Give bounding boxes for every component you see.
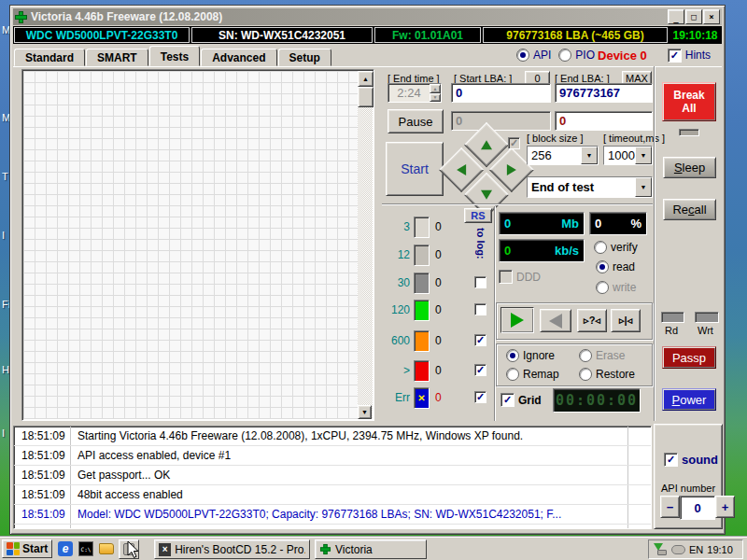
dropdown-arrow-icon[interactable]: ▼ <box>581 147 598 164</box>
log-err-checkbox[interactable] <box>474 391 486 403</box>
api-radio[interactable] <box>516 49 529 62</box>
timeout-dropdown[interactable]: 10000 ▼ <box>603 146 653 165</box>
log-gt-checkbox[interactable] <box>474 364 486 376</box>
rs-button[interactable]: RS <box>464 208 492 223</box>
tab-tests[interactable]: Tests <box>149 46 200 66</box>
scroll-down-button[interactable]: ▼ <box>358 405 372 419</box>
command-prompt-icon[interactable]: C:\ <box>78 541 93 556</box>
dropdown-arrow-icon[interactable]: ▼ <box>635 147 652 164</box>
end-lba-input[interactable]: 976773167 <box>555 83 653 103</box>
dropdown-arrow-icon[interactable]: ▼ <box>635 177 652 197</box>
log-row[interactable]: 18:51:09 Model: WDC WD5000LPVT-22G33T0; … <box>14 505 651 525</box>
back-button[interactable] <box>540 309 571 332</box>
restore-option[interactable]: Restore <box>579 368 635 381</box>
pio-radio[interactable] <box>558 49 571 62</box>
start-lba-input[interactable]: 0 <box>451 83 551 103</box>
language-indicator[interactable]: EN <box>689 544 703 555</box>
desktop-icon-label[interactable]: I <box>2 427 5 439</box>
scroll-up-button[interactable]: ▲ <box>358 71 374 87</box>
taskbar-hirens-button[interactable]: × Hiren's BootCD 15.2 - Pro... <box>154 539 310 559</box>
log-600-checkbox[interactable] <box>474 334 486 346</box>
log-30-checkbox[interactable] <box>474 276 486 288</box>
block-size-dropdown[interactable]: 256 ▼ <box>527 146 599 165</box>
desktop-icon-label[interactable]: I <box>2 230 5 241</box>
sound-checkbox[interactable] <box>664 453 678 467</box>
recall-button[interactable]: Recall <box>663 199 716 220</box>
log-row[interactable]: 18:51:09 Starting Victoria 4.46b Freewar… <box>14 427 651 446</box>
desktop-icon-label[interactable]: H <box>2 364 9 375</box>
restore-radio[interactable] <box>579 368 592 381</box>
speed-row-count: 0 <box>435 303 442 316</box>
current-lba-field: 0 <box>451 111 551 131</box>
speed-color-block <box>414 300 430 321</box>
log-row[interactable]: 18:51:09 48bit access enabled <box>14 485 651 505</box>
tray-device-icon[interactable] <box>671 545 685 554</box>
read-radio[interactable] <box>596 260 609 273</box>
grid-option[interactable]: Grid <box>500 393 542 407</box>
remap-radio[interactable] <box>506 368 519 381</box>
divider <box>654 66 655 421</box>
tab-smart[interactable]: SMART <box>86 49 148 66</box>
grid-checkbox[interactable] <box>500 393 514 407</box>
device-label: Device 0 <box>598 49 647 63</box>
power-button[interactable]: Power <box>662 388 716 411</box>
pause-button[interactable]: Pause <box>388 109 444 133</box>
title-bar[interactable]: Victoria 4.46b Freeware (12.08.2008) _ □… <box>13 8 722 25</box>
log-row[interactable]: 18:51:09 Get passport... OK <box>14 466 651 485</box>
log-row[interactable]: 18:51:09 API access enabled, device #1 <box>14 446 651 466</box>
desktop-icon-label[interactable]: T <box>2 171 8 182</box>
write-radio[interactable] <box>596 281 609 294</box>
maximize-button[interactable]: □ <box>685 9 702 24</box>
erase-option[interactable]: Erase <box>579 349 625 362</box>
percent-unit: % <box>630 217 641 231</box>
remap-option[interactable]: Remap <box>506 368 559 381</box>
windows-logo-icon <box>7 542 20 555</box>
system-tray: EN 19:10 <box>648 539 743 559</box>
scan-grid-surface <box>23 71 358 419</box>
end-time-spinner[interactable]: 2:24 ▲ ▼ <box>388 83 442 103</box>
verify-radio[interactable] <box>594 241 607 254</box>
log-panel[interactable]: 18:51:09 Starting Victoria 4.46b Freewar… <box>13 426 652 529</box>
sound-option[interactable]: sound <box>664 453 718 467</box>
spin-up-icon[interactable]: ▲ <box>430 84 441 93</box>
api-plus-button[interactable]: + <box>715 496 735 518</box>
loop-checkbox[interactable] <box>508 137 520 149</box>
passp-button[interactable]: Passp <box>662 346 716 369</box>
tray-clock[interactable]: 19:10 <box>707 544 733 555</box>
ddd-checkbox[interactable] <box>499 270 513 284</box>
taskbar-victoria-button[interactable]: Victoria <box>315 539 427 559</box>
read-option[interactable]: read <box>596 260 635 273</box>
sleep-button[interactable]: Sleep <box>663 157 716 178</box>
start-button[interactable]: Start <box>386 142 444 196</box>
ignore-radio[interactable] <box>506 349 519 362</box>
erase-radio[interactable] <box>579 349 592 362</box>
write-option[interactable]: write <box>596 281 636 294</box>
error-count-field[interactable]: 0 <box>555 111 653 131</box>
hardware-eject-icon[interactable] <box>654 543 668 556</box>
hints-checkbox[interactable] <box>668 49 682 63</box>
folder-icon[interactable] <box>99 543 114 554</box>
play-button[interactable] <box>500 307 534 333</box>
tab-advanced[interactable]: Advanced <box>201 49 276 66</box>
quick-launch-app-icon[interactable]: e <box>58 541 73 556</box>
ignore-option[interactable]: Ignore <box>506 349 555 362</box>
scrollbar-thumb[interactable] <box>358 87 374 107</box>
test-action-dropdown[interactable]: End of test ▼ <box>527 176 653 198</box>
ddd-option[interactable]: DDD <box>499 270 541 284</box>
tab-standard[interactable]: Standard <box>14 49 85 66</box>
error-block-icon: ✕ <box>414 387 430 409</box>
verify-option[interactable]: verify <box>594 241 638 254</box>
seek-error-button[interactable]: ▹?◃ <box>577 309 607 332</box>
speed-row-count: 0 <box>435 220 442 233</box>
tab-setup[interactable]: Setup <box>278 49 331 66</box>
break-all-button[interactable]: Break All <box>662 82 716 121</box>
api-minus-button[interactable]: − <box>660 496 680 518</box>
spin-down-icon[interactable]: ▼ <box>430 93 441 103</box>
log-120-checkbox[interactable] <box>474 303 486 315</box>
seek-end-button[interactable]: ▹|◃ <box>611 309 641 332</box>
power-label: ower <box>680 393 706 407</box>
minimize-button[interactable]: _ <box>668 9 684 24</box>
start-button[interactable]: Start <box>2 539 52 558</box>
close-button[interactable]: × <box>703 9 720 24</box>
grid-scrollbar[interactable]: ▲ ▼ <box>358 71 373 419</box>
